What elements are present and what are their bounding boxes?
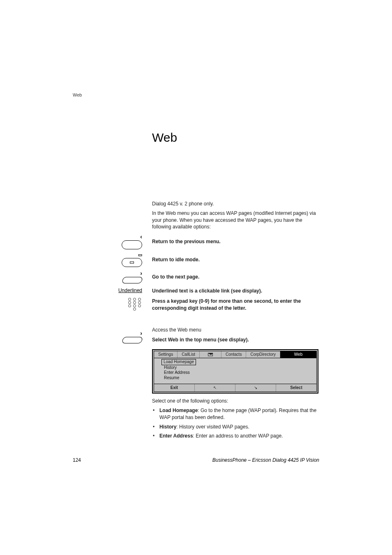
tab-calllist: CallList — [178, 351, 200, 358]
softkey-select: Select — [276, 384, 316, 391]
list-item: Enter Address: Enter an address to anoth… — [152, 433, 319, 440]
display-tabs: Settings CallList Contacts CorpDirectory… — [154, 351, 316, 358]
display-menu: Load Homepage History Enter Address Resu… — [154, 358, 316, 384]
keypad-text: Press a keypad key (0-9) for more than o… — [152, 298, 319, 312]
intro-line-2: In the Web menu you can access WAP pages… — [152, 210, 319, 230]
softkey-exit: Exit — [154, 384, 195, 391]
menu-resume: Resume — [161, 375, 315, 381]
mail-icon — [208, 353, 213, 356]
page-number: 124 — [73, 457, 81, 463]
options-intro: Select one of the following options: — [152, 398, 319, 405]
underlined-text: Underlined text is a clickable link (see… — [152, 288, 319, 295]
menu-enter-address: Enter Address — [161, 370, 315, 375]
menu-history: History — [161, 365, 315, 371]
softkey-up-icon: ↖ — [195, 384, 235, 391]
keypad-icon — [128, 298, 142, 311]
underlined-label: Underlined — [118, 288, 142, 293]
tab-mail — [200, 351, 221, 358]
tab-settings: Settings — [154, 351, 178, 358]
right-arrow-label-2: › — [140, 330, 142, 336]
display-softkeys: Exit ↖ ↘ Select — [154, 384, 316, 391]
menu-load-homepage: Load Homepage — [161, 359, 196, 365]
phone-display: Settings CallList Contacts CorpDirectory… — [152, 349, 318, 394]
left-arrow-label: ‹ — [140, 234, 142, 240]
nav-key-left-icon — [122, 240, 142, 249]
softkey-icon — [122, 277, 143, 283]
softkey-icon-2 — [122, 337, 143, 343]
softkey-down-icon: ↘ — [235, 384, 276, 391]
tab-web: Web — [280, 351, 316, 358]
access-heading: Access the Web menu — [152, 327, 319, 334]
access-step: Select Web in the top menu (see display)… — [152, 336, 319, 343]
square-label: ▭ — [138, 253, 142, 257]
tab-contacts: Contacts — [221, 351, 246, 358]
tab-corpdirectory: CorpDirectory — [246, 351, 280, 358]
document-name: BusinessPhone – Ericsson Dialog 4425 IP … — [212, 457, 319, 463]
page-title: Web — [152, 131, 177, 145]
nav-key-home-icon — [122, 258, 142, 267]
page-section-header: Web — [73, 92, 82, 97]
return-idle-text: Return to idle mode. — [152, 256, 319, 263]
right-arrow-label: › — [140, 270, 142, 276]
next-page-text: Go to the next page. — [152, 274, 319, 281]
list-item: History: History over visited WAP pages. — [152, 424, 319, 431]
intro-line-1: Dialog 4425 v. 2 phone only. — [152, 200, 319, 207]
list-item: Load Homepage: Go to the home page (WAP … — [152, 407, 319, 421]
return-previous-text: Return to the previous menu. — [152, 238, 319, 245]
